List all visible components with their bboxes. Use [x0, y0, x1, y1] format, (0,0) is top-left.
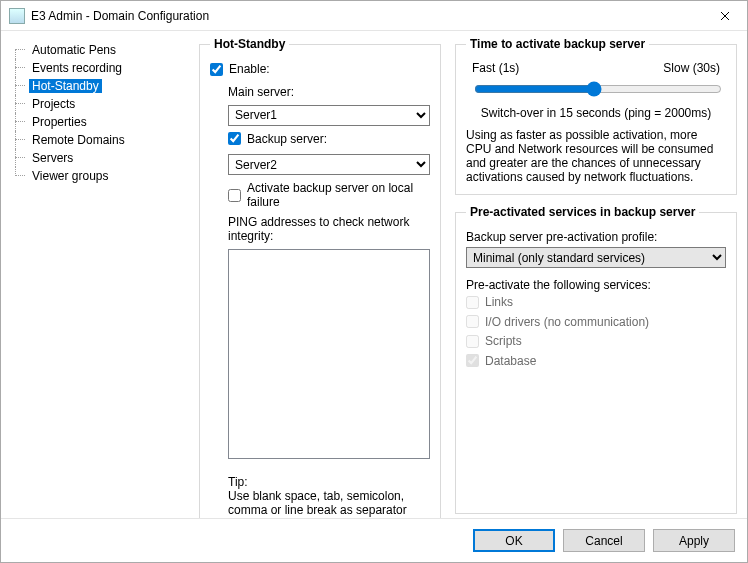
enable-label: Enable:	[229, 62, 270, 76]
switch-over-text: Switch-over in 15 seconds (ping = 2000ms…	[466, 106, 726, 120]
close-icon	[720, 11, 730, 21]
activate-on-local-failure-checkbox[interactable]: Activate backup server on local failure	[228, 181, 430, 209]
tree-item-events-recording[interactable]: Events recording	[11, 59, 181, 77]
hot-standby-legend: Hot-Standby	[210, 37, 289, 51]
service-scripts: Scripts	[466, 334, 522, 348]
titlebar: E3 Admin - Domain Configuration	[1, 1, 747, 31]
backup-server-checkbox[interactable]: Backup server:	[228, 132, 327, 146]
backup-server-label: Backup server:	[247, 132, 327, 146]
tree-item-viewer-groups[interactable]: Viewer groups	[11, 167, 181, 185]
profile-label: Backup server pre-activation profile:	[466, 230, 726, 244]
apply-button[interactable]: Apply	[653, 529, 735, 552]
ping-textarea[interactable]	[228, 249, 430, 459]
ok-button[interactable]: OK	[473, 529, 555, 552]
tree-item-hot-standby[interactable]: Hot-Standby	[11, 77, 181, 95]
activation-time-group: Time to activate backup server Fast (1s)…	[455, 37, 737, 195]
profile-select[interactable]: Minimal (only standard services)	[466, 247, 726, 268]
cancel-button[interactable]: Cancel	[563, 529, 645, 552]
activate-on-local-failure-label: Activate backup server on local failure	[247, 181, 430, 209]
tree-item-projects[interactable]: Projects	[11, 95, 181, 113]
activation-legend: Time to activate backup server	[466, 37, 649, 51]
app-icon	[9, 8, 25, 24]
tip-heading: Tip:	[228, 475, 430, 489]
slider-slow-label: Slow (30s)	[663, 61, 720, 75]
services-label: Pre-activate the following services:	[466, 278, 726, 292]
ping-label: PING addresses to check network integrit…	[228, 215, 430, 243]
activation-description: Using as faster as possible activation, …	[466, 128, 726, 184]
hot-standby-group: Hot-Standby Enable: Main server: Server1…	[199, 37, 441, 518]
service-database: Database	[466, 354, 536, 368]
window-title: E3 Admin - Domain Configuration	[31, 9, 702, 23]
dialog-button-row: OK Cancel Apply	[1, 518, 747, 562]
service-links: Links	[466, 295, 513, 309]
nav-tree[interactable]: Automatic PensEvents recordingHot-Standb…	[11, 37, 181, 514]
tip-text: Use blank space, tab, semicolon, comma o…	[228, 489, 430, 517]
slider-fast-label: Fast (1s)	[472, 61, 519, 75]
tree-item-servers[interactable]: Servers	[11, 149, 181, 167]
main-server-label: Main server:	[228, 85, 430, 99]
service-i/o: I/O drivers (no communication)	[466, 315, 649, 329]
preactivated-services-group: Pre-activated services in backup server …	[455, 205, 737, 514]
tree-item-automatic-pens[interactable]: Automatic Pens	[11, 41, 181, 59]
tree-item-properties[interactable]: Properties	[11, 113, 181, 131]
backup-server-select[interactable]: Server2	[228, 154, 430, 175]
preactivated-legend: Pre-activated services in backup server	[466, 205, 699, 219]
tree-item-remote-domains[interactable]: Remote Domains	[11, 131, 181, 149]
enable-checkbox[interactable]: Enable:	[210, 62, 270, 76]
activation-time-slider[interactable]	[474, 81, 722, 97]
close-button[interactable]	[702, 1, 747, 30]
main-server-select[interactable]: Server1	[228, 105, 430, 126]
